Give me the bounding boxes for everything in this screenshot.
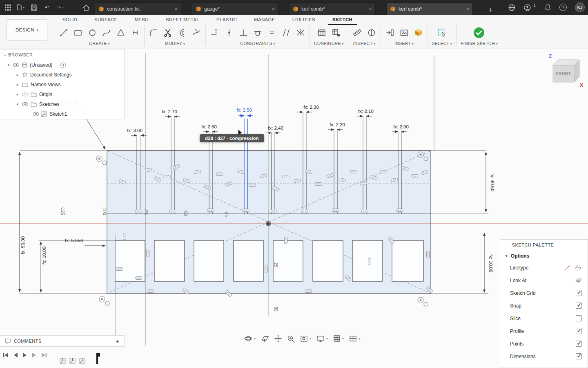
file-menu-icon[interactable]: ▾ <box>17 4 24 11</box>
configuration-variants-icon[interactable] <box>331 28 341 38</box>
break-tool-icon[interactable] <box>192 28 201 38</box>
app-grid-icon[interactable] <box>4 4 11 11</box>
constraints-menu[interactable]: CONSTRAINTS <box>240 41 275 46</box>
inspect-menu[interactable]: INSPECT <box>353 41 375 46</box>
fillet-tool-icon[interactable] <box>149 28 158 38</box>
create-menu[interactable]: CREATE <box>89 41 109 46</box>
measure-tool-icon[interactable] <box>352 28 362 38</box>
job-status-icon[interactable] <box>523 4 531 11</box>
dimension-top-1[interactable]: fx: 2.70 <box>162 109 180 150</box>
rectangle-tool-icon[interactable] <box>73 28 83 38</box>
tab-surface[interactable]: SURFACE <box>86 15 126 25</box>
close-tab-icon[interactable]: × <box>466 6 469 12</box>
dimension-top-0[interactable]: fx: 3.00 <box>127 128 147 150</box>
snap-checkbox[interactable] <box>576 303 582 309</box>
trim-tool-icon[interactable] <box>163 28 173 38</box>
perpendicular-constraint-icon[interactable] <box>238 28 248 38</box>
dimension-top-7[interactable]: fx: 2.10 <box>357 109 374 150</box>
section-analysis-icon[interactable] <box>367 28 376 38</box>
doc-tab-gauge[interactable]: gauge* × <box>192 2 278 15</box>
expand-chevron-icon[interactable]: ▸ <box>16 92 20 96</box>
finish-sketch-icon[interactable] <box>473 27 485 38</box>
browser-item-sketches[interactable]: ▾ Sketches <box>0 99 124 109</box>
dimension-left-offset[interactable]: fx: 5.556 <box>65 238 105 246</box>
spline-tool-icon[interactable] <box>102 28 111 38</box>
look-at-icon[interactable] <box>261 335 269 342</box>
tangent-constraint-icon[interactable] <box>253 28 263 38</box>
grid-settings-icon[interactable]: ▾ <box>333 335 344 342</box>
parallel-constraint-icon[interactable] <box>281 28 291 38</box>
modify-menu[interactable]: MODIFY <box>165 41 185 46</box>
dimension-top-3-selected[interactable]: fx: 2.50 <box>236 108 253 116</box>
comments-bar[interactable]: COMMENTS + <box>0 335 125 347</box>
browser-item-origin[interactable]: ▸ Origin <box>0 90 124 99</box>
horizontal-vertical-constraint-icon[interactable] <box>210 28 220 38</box>
dimension-top-5[interactable]: fx: 2.30 <box>297 105 319 150</box>
timeline-skip-end-icon[interactable] <box>41 352 47 358</box>
coincident-constraint-icon[interactable] <box>224 28 234 38</box>
help-icon[interactable]: ? <box>559 4 567 11</box>
construction-linetype-icon[interactable] <box>564 265 571 271</box>
zoom-icon[interactable] <box>287 335 295 343</box>
collapse-panel-icon[interactable]: « <box>4 52 8 57</box>
tab-solid[interactable]: SOLID <box>54 15 86 25</box>
circle-tool-icon[interactable] <box>87 28 97 38</box>
tab-mesh[interactable]: MESH <box>126 15 157 25</box>
dimensions-checkbox[interactable] <box>576 353 582 359</box>
browser-item-root[interactable]: ▾ (Unsaved) <box>0 60 124 70</box>
orbit-icon[interactable]: ▾ <box>244 334 256 343</box>
insert-mcmaster-icon[interactable] <box>414 28 423 38</box>
user-avatar[interactable]: KJ <box>575 2 585 12</box>
browser-item-sketch1[interactable]: Sketch1 <box>0 109 124 119</box>
tab-sheet-metal[interactable]: SHEET METAL <box>157 15 208 25</box>
online-status-icon[interactable] <box>508 4 515 11</box>
zoom-window-icon[interactable]: ▾ <box>300 335 311 342</box>
timeline-feature-sketch-icon[interactable] <box>60 357 66 364</box>
timeline-feature-sketch-icon[interactable] <box>69 357 76 364</box>
expand-chevron-icon[interactable]: ▸ <box>16 73 20 77</box>
home-icon[interactable] <box>82 4 90 11</box>
close-tab-icon[interactable]: × <box>369 6 372 12</box>
look-at-icon[interactable] <box>575 277 582 283</box>
time-marker[interactable] <box>96 353 98 364</box>
centerline-linetype-icon[interactable] <box>575 265 582 271</box>
timeline-skip-start-icon[interactable] <box>2 352 9 358</box>
line-tool-icon[interactable] <box>59 28 69 38</box>
sketch-grid-checkbox[interactable] <box>576 290 582 296</box>
configure-table-icon[interactable] <box>317 28 327 38</box>
dimension-right-lower[interactable]: fx: 10.00 <box>484 233 493 292</box>
timeline-step-forward-icon[interactable] <box>32 352 37 358</box>
add-comment-button[interactable]: + <box>116 338 119 345</box>
redo-icon[interactable]: ↷▾ <box>56 4 64 11</box>
tab-manage[interactable]: MANAGE <box>245 15 284 25</box>
timeline-step-back-icon[interactable] <box>13 352 18 358</box>
expand-chevron-icon[interactable]: ▾ <box>7 63 11 67</box>
symmetry-constraint-icon[interactable] <box>296 28 305 38</box>
slot-tool-icon[interactable] <box>130 28 140 38</box>
dimension-top-8[interactable]: fx: 2.00 <box>392 124 409 150</box>
points-checkbox[interactable] <box>576 341 582 347</box>
close-tab-icon[interactable]: × <box>272 6 275 12</box>
visibility-eye-icon[interactable] <box>13 63 19 67</box>
close-tab-icon[interactable]: × <box>174 6 178 12</box>
browser-item-named-views[interactable]: ▸ Named Views <box>0 80 124 90</box>
insert-image-icon[interactable] <box>399 28 409 38</box>
minimize-palette-icon[interactable]: − <box>504 242 508 248</box>
workspace-switcher[interactable]: DESIGN <box>7 19 47 40</box>
equal-constraint-icon[interactable] <box>267 28 277 38</box>
offset-tool-icon[interactable] <box>177 28 187 38</box>
dimension-right-upper[interactable]: fx: 40.50 <box>486 152 495 212</box>
insert-derive-icon[interactable] <box>385 28 395 38</box>
dimension-height[interactable]: fx: 90.00 <box>20 152 25 292</box>
timeline-feature-sketch-icon[interactable] <box>79 357 85 364</box>
select-menu[interactable]: SELECT <box>432 41 452 46</box>
timeline-play-icon[interactable] <box>22 352 27 358</box>
configure-menu[interactable]: CONFIGURE <box>314 41 344 46</box>
finish-sketch-button[interactable]: FINISH SKETCH <box>461 41 498 46</box>
activate-component-icon[interactable] <box>60 63 66 68</box>
polygon-tool-icon[interactable] <box>116 28 126 38</box>
dimension-left-inner[interactable]: fx: 10.00 <box>41 242 47 292</box>
save-icon[interactable] <box>30 4 38 11</box>
viewports-icon[interactable]: ▾ <box>349 335 360 342</box>
view-cube[interactable]: Z FRONT X <box>545 53 586 91</box>
